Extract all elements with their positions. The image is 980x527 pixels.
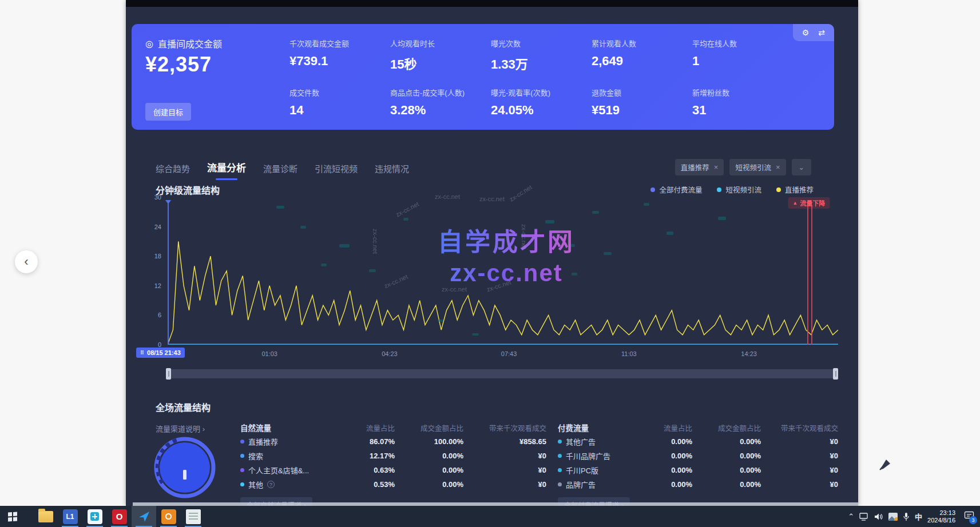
window-top-strip	[126, 0, 858, 7]
chart-canvas	[168, 197, 838, 345]
legend-item-paid[interactable]: 全部付费流量	[650, 184, 702, 195]
main-metric-title: ◎ 直播间成交金额	[145, 37, 222, 50]
minute-traffic-chart[interactable]: ▲ 流量下降	[168, 197, 838, 345]
table-row: 千川PC版 0.00% 0.00% ¥0	[558, 463, 838, 477]
speaker-icon[interactable]	[874, 513, 883, 521]
paid-traffic-table: 付费流量 流量占比 成交金额占比 带来千次观看成交 其他广告 0.00% 0.0…	[558, 421, 838, 506]
tab-violations[interactable]: 违规情况	[375, 162, 409, 180]
table-header: 自然流量 流量占比 成交金额占比 带来千次观看成交	[240, 421, 546, 434]
filter-chips: 直播推荐 × 短视频引流 × ⌄	[675, 159, 811, 175]
artifact	[403, 218, 408, 221]
blue-arrow-icon	[137, 510, 151, 524]
system-tray: ⌃ 中 23:13 2024/8/16 3	[848, 506, 980, 527]
x-axis-tick: 07:43	[501, 350, 517, 357]
table-row: 千川品牌广告 0.00% 0.00% ¥0	[558, 449, 838, 463]
tab-short-video[interactable]: 引流短视频	[315, 162, 358, 180]
ime-indicator[interactable]: 中	[915, 511, 922, 522]
table-row: 其他广告 0.00% 0.00% ¥0	[558, 434, 838, 449]
filter-chip-short-video[interactable]: 短视频引流 ×	[729, 159, 785, 175]
taskbar-app-opera[interactable]: O	[107, 506, 132, 527]
stream-start-marker-line	[168, 201, 169, 345]
metrics-grid: 千次观看成交金额¥739.1 人均观看时长15秒 曝光次数1.33万 累计观看人…	[289, 38, 793, 118]
channel-dot	[240, 440, 244, 444]
x-axis-start-label[interactable]: ⠿08/15 21:43	[136, 348, 185, 358]
channel-dot	[558, 468, 562, 472]
warning-icon: ▲	[793, 200, 798, 206]
range-handle-left[interactable]	[166, 368, 171, 380]
y-axis: 3024181260	[136, 197, 161, 345]
legend-dot	[776, 187, 781, 192]
channel-dot	[240, 454, 244, 458]
series-直播推荐	[168, 241, 838, 345]
table-header: 付费流量 流量占比 成交金额占比 带来千次观看成交	[558, 421, 838, 434]
screenshot-tool-icon[interactable]	[888, 513, 898, 521]
microphone-icon[interactable]	[903, 512, 910, 521]
x-axis-tick: 14:23	[741, 350, 757, 357]
close-icon[interactable]: ×	[714, 163, 719, 171]
filter-chip-live-recommend[interactable]: 直播推荐 ×	[675, 159, 724, 175]
traffic-drop-marker-line	[807, 205, 808, 345]
analytics-app-window: ◎ 直播间成交金额 ¥2,357 创建目标 千次观看成交金额¥739.1 人均观…	[126, 0, 858, 506]
y-axis-tick: 30	[154, 194, 161, 201]
gear-icon[interactable]: ⚙	[802, 28, 810, 37]
swap-icon[interactable]: ⇄	[818, 28, 825, 37]
pen-cursor-icon	[878, 457, 892, 474]
legend-dot	[717, 187, 721, 192]
y-axis-tick: 6	[158, 312, 161, 318]
taskbar-app-orange[interactable]	[156, 506, 181, 527]
artifact	[438, 320, 443, 322]
metric-cell: 曝光次数1.33万	[491, 38, 592, 72]
metrics-banner: ◎ 直播间成交金额 ¥2,357 创建目标 千次观看成交金额¥739.1 人均观…	[132, 24, 834, 130]
taskbar-app-meeting[interactable]	[82, 506, 107, 527]
table-row: 个人主页&店铺&... 0.63% 0.00% ¥0	[240, 463, 546, 477]
notepad-icon	[186, 509, 201, 524]
taskbar-app-explorer[interactable]	[33, 506, 58, 527]
taskbar-clock[interactable]: 23:13 2024/8/16	[927, 509, 955, 524]
metric-cell: 平均在线人数1	[692, 38, 793, 72]
artifact	[718, 217, 726, 220]
table-row: 直播推荐 86.07% 100.00% ¥858.65	[240, 434, 546, 449]
chevron-left-icon: ‹	[24, 254, 28, 269]
taskbar-app-notepad[interactable]	[181, 506, 205, 527]
taskbar-app-l1[interactable]: L1	[58, 506, 82, 527]
help-icon[interactable]: ?	[267, 481, 275, 488]
chart-range-scrollbar[interactable]	[168, 369, 838, 378]
start-button[interactable]	[0, 506, 25, 527]
channel-dot	[240, 468, 244, 472]
main-metric-value: ¥2,357	[145, 53, 212, 77]
opera-icon: O	[112, 509, 127, 524]
metric-cell: 人均观看时长15秒	[390, 38, 491, 72]
tab-traffic-analysis[interactable]: 流量分析	[207, 160, 246, 180]
channel-dot	[558, 440, 562, 444]
tab-overall-trend[interactable]: 综合趋势	[156, 162, 190, 180]
artifact	[666, 231, 673, 235]
artifact	[604, 252, 612, 255]
channel-dot	[558, 482, 562, 486]
legend-item-short-video[interactable]: 短视频引流	[717, 184, 761, 195]
filter-dropdown[interactable]: ⌄	[792, 159, 811, 175]
back-button[interactable]: ‹	[15, 250, 38, 273]
artifact	[339, 244, 350, 247]
notification-button[interactable]: 3	[964, 511, 974, 522]
table-row: 其他? 0.53% 0.00% ¥0	[240, 477, 546, 492]
artifact	[572, 273, 577, 276]
l1-app-icon: L1	[63, 509, 78, 524]
create-goal-button[interactable]: 创建目标	[145, 103, 191, 121]
taskbar-app-active[interactable]	[132, 506, 156, 527]
windows-taskbar: L1 O ⌃ 中 23:13 2024/8/16 3	[0, 506, 980, 527]
target-icon: ◎	[145, 38, 153, 49]
close-icon[interactable]: ×	[776, 163, 780, 171]
tab-traffic-diagnosis[interactable]: 流量诊断	[263, 162, 297, 180]
date: 2024/8/16	[927, 517, 955, 524]
artifact	[472, 333, 479, 336]
legend-dot	[650, 187, 655, 192]
tray-expand-button[interactable]: ⌃	[848, 512, 854, 521]
metric-cell: 曝光-观看率(次数)24.05%	[491, 87, 592, 118]
legend-item-live-recommend[interactable]: 直播推荐	[776, 184, 814, 195]
traffic-drop-alert-badge[interactable]: ▲ 流量下降	[788, 197, 830, 209]
network-icon[interactable]	[859, 513, 869, 521]
x-axis: ⠿08/15 21:4301:0304:2307:4311:0314:23	[168, 347, 838, 362]
metric-cell: 累计观看人数2,649	[592, 38, 692, 72]
chart-title: 分钟级流量结构	[156, 183, 220, 197]
range-handle-right[interactable]	[833, 368, 838, 380]
